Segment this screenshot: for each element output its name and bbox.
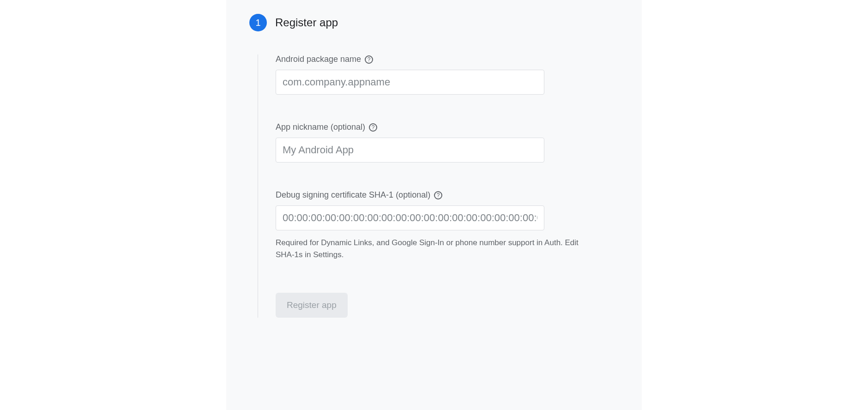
package-name-label: Android package name [276, 54, 361, 64]
sha1-input[interactable] [276, 205, 544, 230]
help-icon[interactable]: ? [434, 191, 442, 199]
sha1-label: Debug signing certificate SHA-1 (optiona… [276, 190, 430, 200]
step-content: Android package name ? App nickname (opt… [258, 54, 619, 318]
package-name-label-row: Android package name ? [276, 54, 619, 64]
help-icon[interactable]: ? [369, 123, 377, 132]
register-app-button[interactable]: Register app [276, 293, 348, 318]
sha1-group: Debug signing certificate SHA-1 (optiona… [276, 190, 619, 260]
package-name-group: Android package name ? [276, 54, 619, 95]
nickname-input[interactable] [276, 138, 544, 163]
nickname-group: App nickname (optional) ? [276, 122, 619, 163]
package-name-input[interactable] [276, 70, 544, 95]
help-icon[interactable]: ? [365, 55, 373, 64]
sha1-label-row: Debug signing certificate SHA-1 (optiona… [276, 190, 619, 200]
register-app-panel: 1 Register app Android package name ? Ap… [226, 0, 642, 410]
nickname-label-row: App nickname (optional) ? [276, 122, 619, 132]
step-number-badge: 1 [249, 14, 267, 31]
sha1-helper-text: Required for Dynamic Links, and Google S… [276, 237, 594, 260]
step-header: 1 Register app [249, 14, 619, 31]
step-title: Register app [275, 16, 338, 29]
nickname-label: App nickname (optional) [276, 122, 365, 132]
